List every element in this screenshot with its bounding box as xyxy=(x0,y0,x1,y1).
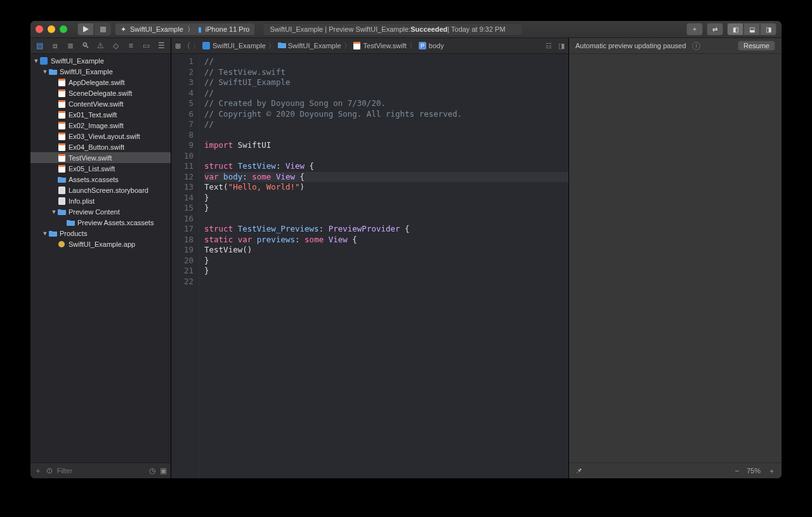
toggle-debug-area[interactable]: ⬓ xyxy=(743,23,760,36)
code-line[interactable]: // Created by Doyoung Song on 7/30/20. xyxy=(204,98,568,109)
minimap-toggle[interactable]: ☷ xyxy=(546,42,552,50)
close-window[interactable] xyxy=(36,25,43,33)
code-line[interactable] xyxy=(204,277,568,287)
toggle-inspectors[interactable]: ◨ xyxy=(760,23,776,36)
pin-preview-icon[interactable]: 📌︎ xyxy=(575,467,582,474)
add-button[interactable]: ＋ xyxy=(34,466,42,476)
disclosure-triangle-icon[interactable]: ▼ xyxy=(51,209,57,215)
tree-row[interactable]: AppDelegate.swift xyxy=(30,77,171,88)
go-forward[interactable]: 〉 xyxy=(193,41,200,51)
go-back[interactable]: 〈 xyxy=(183,41,190,51)
related-items-icon[interactable]: ⊞ xyxy=(175,42,181,50)
source-control-tab[interactable]: ⧈ xyxy=(51,41,60,50)
code-line[interactable]: } xyxy=(204,193,568,204)
disclosure-triangle-icon[interactable]: ▼ xyxy=(42,230,48,237)
tree-row-label: LaunchScreen.storyboard xyxy=(69,187,148,194)
prop-icon: P xyxy=(419,42,426,49)
debug-navigator-tab[interactable]: ≡ xyxy=(126,41,135,50)
project-navigator-tab[interactable]: ▤ xyxy=(36,41,44,50)
scheme-selector[interactable]: ✦ SwiftUI_Example 〉 ▮ iPhone 11 Pro xyxy=(115,23,255,36)
file-tree[interactable]: ▼SwiftUI_Example▼SwiftUI_ExampleAppDeleg… xyxy=(30,54,171,462)
report-navigator-tab[interactable]: ☰ xyxy=(157,41,166,50)
minimize-window[interactable] xyxy=(48,25,55,33)
code-line[interactable] xyxy=(204,130,568,141)
library-button[interactable]: ＋ xyxy=(686,23,703,36)
breadcrumb[interactable]: SwiftUI_Example〉SwiftUI_Example〉TestView… xyxy=(202,41,444,51)
tree-row[interactable]: Ex02_Image.swift xyxy=(30,120,171,131)
resume-button[interactable]: Resume xyxy=(738,41,775,51)
source-text[interactable]: //// TestView.swift// SwiftUI_Example///… xyxy=(199,54,568,478)
code-line[interactable] xyxy=(204,151,568,162)
code-line[interactable]: TestView() xyxy=(204,245,568,256)
filter-input[interactable] xyxy=(57,467,145,474)
tree-row[interactable]: Assets.xcassets xyxy=(30,174,171,185)
code-line[interactable]: // xyxy=(204,88,568,99)
tree-row-label: Ex05_List.swift xyxy=(69,165,115,173)
tree-row[interactable]: SceneDelegate.swift xyxy=(30,88,171,98)
zoom-out[interactable]: − xyxy=(735,467,739,474)
toggle-navigator[interactable]: ◧ xyxy=(727,23,743,36)
issue-navigator-tab[interactable]: ⚠︎ xyxy=(96,41,105,50)
code-review-button[interactable]: ⇄ xyxy=(707,23,723,36)
code-line[interactable]: } xyxy=(204,256,568,266)
tree-row[interactable]: Info.plist xyxy=(30,195,171,206)
svg-rect-26 xyxy=(353,42,360,44)
code-token: } xyxy=(204,193,209,202)
code-token: ) xyxy=(300,182,305,192)
breadcrumb-item[interactable]: Pbody xyxy=(419,42,444,49)
tree-row[interactable]: Ex03_ViewLayout.swift xyxy=(30,131,171,141)
breadcrumb-label: SwiftUI_Example xyxy=(213,42,266,49)
zoom-window[interactable] xyxy=(60,25,67,33)
tree-row[interactable]: Ex04_Button.swift xyxy=(30,141,171,152)
disclosure-triangle-icon[interactable]: ▼ xyxy=(33,58,39,64)
code-line[interactable]: // SwiftUI_Example xyxy=(204,77,568,88)
breakpoint-navigator-tab[interactable]: ▭ xyxy=(141,41,150,50)
test-navigator-tab[interactable]: ◇ xyxy=(111,41,120,50)
run-button[interactable] xyxy=(77,23,94,36)
tree-row[interactable]: ContentView.swift xyxy=(30,98,171,109)
code-line[interactable]: // xyxy=(204,56,568,67)
breadcrumb-item[interactable]: TestView.swift xyxy=(353,42,407,49)
tree-row[interactable]: ▼Preview Content xyxy=(30,206,171,217)
recent-filter-icon[interactable]: ◷ xyxy=(148,466,156,475)
tree-row[interactable]: Ex05_List.swift xyxy=(30,163,171,174)
code-line[interactable]: } xyxy=(204,203,568,214)
tree-row[interactable]: Preview Assets.xcassets xyxy=(30,217,171,228)
code-line[interactable]: // Copyright © 2020 Doyoung Song. All ri… xyxy=(204,109,568,120)
code-area[interactable]: 12345678910111213141516171819202122 ////… xyxy=(171,54,568,478)
code-line[interactable]: var body: some View { xyxy=(204,172,568,183)
breadcrumb-item[interactable]: SwiftUI_Example xyxy=(202,42,266,49)
tree-row-label: Assets.xcassets xyxy=(69,176,119,183)
info-icon[interactable]: i xyxy=(692,42,700,50)
tree-row[interactable]: Ex01_Text.swift xyxy=(30,109,171,120)
find-navigator-tab[interactable]: 🔍︎ xyxy=(81,41,90,50)
activity-status[interactable]: SwiftUI_Example | Preview SwiftUI_Exampl… xyxy=(263,23,523,36)
code-line[interactable]: struct TestView_Previews: PreviewProvide… xyxy=(204,224,568,235)
tree-row[interactable]: ▼SwiftUI_Example xyxy=(30,55,171,66)
code-line[interactable]: // TestView.swift xyxy=(204,67,568,78)
line-number: 4 xyxy=(171,88,193,99)
adjust-editor-options[interactable]: ◨ xyxy=(558,42,565,50)
code-line[interactable] xyxy=(204,214,568,225)
scm-filter-icon[interactable]: ▣ xyxy=(159,466,167,475)
tree-row[interactable]: LaunchScreen.storyboard xyxy=(30,185,171,195)
jump-bar: ⊞ 〈 〉 SwiftUI_Example〉SwiftUI_Example〉Te… xyxy=(171,38,568,54)
tree-row[interactable]: SwiftUI_Example.app xyxy=(30,239,171,249)
tree-row[interactable]: TestView.swift xyxy=(30,152,171,163)
breadcrumb-item[interactable]: SwiftUI_Example xyxy=(278,42,341,49)
code-line[interactable]: import SwiftUI xyxy=(204,140,568,151)
stop-button[interactable] xyxy=(95,23,111,36)
symbol-navigator-tab[interactable]: ≣ xyxy=(66,41,75,50)
code-line[interactable]: struct TestView: View { xyxy=(204,161,568,172)
code-line[interactable]: Text("Hello, World!") xyxy=(204,182,568,193)
code-line[interactable]: // xyxy=(204,119,568,130)
code-line[interactable]: static var previews: some View { xyxy=(204,235,568,245)
preview-canvas[interactable] xyxy=(569,54,782,462)
disclosure-triangle-icon[interactable]: ▼ xyxy=(42,69,48,75)
zoom-in[interactable]: ＋ xyxy=(768,466,775,476)
code-token: some xyxy=(252,172,271,181)
tree-row[interactable]: ▼SwiftUI_Example xyxy=(30,66,171,77)
code-line[interactable]: } xyxy=(204,266,568,277)
tree-row[interactable]: ▼Products xyxy=(30,228,171,239)
swift-icon xyxy=(57,79,66,86)
